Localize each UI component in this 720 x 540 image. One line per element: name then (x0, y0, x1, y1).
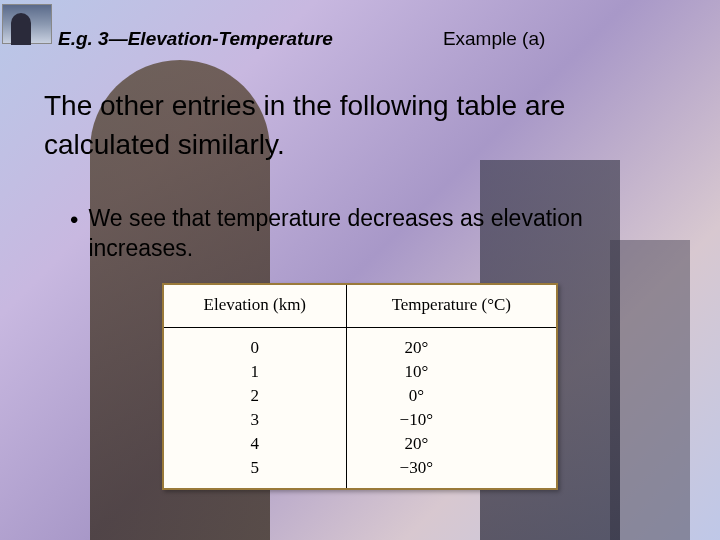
elevation-cell: 1 (164, 360, 346, 384)
table-row: 2 0° (164, 384, 556, 408)
bullet-icon: • (70, 206, 78, 234)
temperature-cell: −30° (346, 456, 556, 480)
table-row: 4 20° (164, 432, 556, 456)
slide-topic: E.g. 3—Elevation-Temperature (58, 28, 333, 50)
table-header-row: Elevation (km) Temperature (°C) (164, 285, 556, 328)
elevation-cell: 2 (164, 384, 346, 408)
table-row: 0 20° (164, 336, 556, 360)
slide-header: E.g. 3—Elevation-Temperature Example (a) (58, 28, 690, 50)
elevation-cell: 4 (164, 432, 346, 456)
temperature-cell: 20° (346, 432, 556, 456)
table-row: 5 −30° (164, 456, 556, 480)
elevation-cell: 3 (164, 408, 346, 432)
column-header-temperature: Temperature (°C) (346, 285, 556, 328)
temperature-cell: 20° (346, 336, 556, 360)
temperature-cell: −10° (346, 408, 556, 432)
slide-bullet: • We see that temperature decreases as e… (70, 204, 680, 264)
elevation-cell: 5 (164, 456, 346, 480)
data-table: Elevation (km) Temperature (°C) 0 20° 1 … (162, 283, 558, 490)
slide-example-label: Example (a) (443, 28, 545, 50)
slide-thumbnail-icon (2, 4, 52, 44)
temperature-cell: 10° (346, 360, 556, 384)
table-row: 3 −10° (164, 408, 556, 432)
column-header-elevation: Elevation (km) (164, 285, 346, 328)
bullet-text: We see that temperature decreases as ele… (88, 204, 680, 264)
temperature-cell: 0° (346, 384, 556, 408)
background-building (610, 240, 690, 540)
slide-main-text: The other entries in the following table… (44, 86, 680, 164)
elevation-cell: 0 (164, 336, 346, 360)
table-row: 1 10° (164, 360, 556, 384)
